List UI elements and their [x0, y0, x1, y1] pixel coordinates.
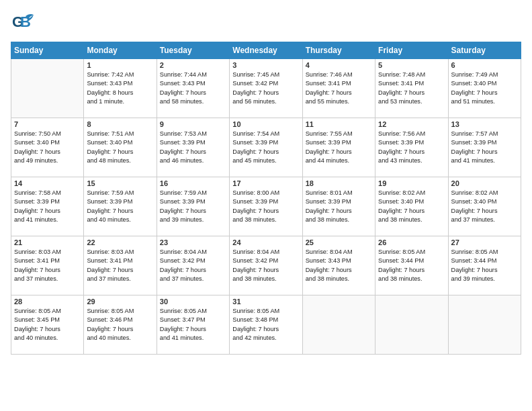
calendar-table: Sunday Monday Tuesday Wednesday Thursday… — [11, 42, 521, 355]
day-number: 31 — [232, 298, 299, 306]
day-info: Sunrise: 7:59 AM Sunset: 3:39 PM Dayligh… — [87, 189, 153, 224]
calendar-header-row: Sunday Monday Tuesday Wednesday Thursday… — [11, 42, 521, 59]
col-thursday: Thursday — [302, 42, 375, 59]
calendar-day-cell: 9Sunrise: 7:53 AM Sunset: 3:39 PM Daylig… — [157, 118, 229, 177]
calendar-day-cell: 12Sunrise: 7:56 AM Sunset: 3:39 PM Dayli… — [375, 118, 448, 177]
calendar-day-cell: 8Sunrise: 7:51 AM Sunset: 3:40 PM Daylig… — [84, 118, 157, 177]
day-number: 3 — [232, 61, 299, 69]
day-number: 26 — [378, 238, 445, 246]
day-info: Sunrise: 7:53 AM Sunset: 3:39 PM Dayligh… — [160, 130, 226, 165]
day-info: Sunrise: 7:49 AM Sunset: 3:40 PM Dayligh… — [451, 71, 518, 106]
day-info: Sunrise: 7:57 AM Sunset: 3:39 PM Dayligh… — [451, 130, 518, 165]
day-number: 29 — [87, 298, 153, 306]
day-info: Sunrise: 8:02 AM Sunset: 3:40 PM Dayligh… — [378, 189, 445, 224]
day-info: Sunrise: 8:05 AM Sunset: 3:48 PM Dayligh… — [232, 307, 299, 342]
day-number: 2 — [160, 61, 226, 69]
calendar-day-cell: 24Sunrise: 8:04 AM Sunset: 3:42 PM Dayli… — [230, 236, 302, 295]
calendar-week-row: 7Sunrise: 7:50 AM Sunset: 3:40 PM Daylig… — [11, 118, 521, 177]
day-number: 19 — [378, 179, 445, 187]
day-info: Sunrise: 7:48 AM Sunset: 3:41 PM Dayligh… — [378, 71, 445, 106]
calendar-day-cell: 10Sunrise: 7:54 AM Sunset: 3:39 PM Dayli… — [230, 118, 302, 177]
day-info: Sunrise: 7:50 AM Sunset: 3:40 PM Dayligh… — [14, 130, 81, 165]
day-info: Sunrise: 8:01 AM Sunset: 3:39 PM Dayligh… — [306, 189, 372, 224]
day-number: 21 — [14, 238, 81, 246]
calendar-day-cell: 6Sunrise: 7:49 AM Sunset: 3:40 PM Daylig… — [448, 59, 521, 118]
calendar-day-cell: 14Sunrise: 7:58 AM Sunset: 3:39 PM Dayli… — [11, 177, 84, 236]
logo-icon: G B — [11, 11, 36, 36]
day-number: 1 — [87, 61, 153, 69]
calendar-day-cell: 29Sunrise: 8:05 AM Sunset: 3:46 PM Dayli… — [84, 295, 157, 355]
day-number: 9 — [160, 120, 226, 128]
calendar-day-cell: 17Sunrise: 8:00 AM Sunset: 3:39 PM Dayli… — [230, 177, 302, 236]
calendar-day-cell: 2Sunrise: 7:44 AM Sunset: 3:43 PM Daylig… — [157, 59, 229, 118]
day-info: Sunrise: 8:05 AM Sunset: 3:46 PM Dayligh… — [87, 307, 153, 342]
col-friday: Friday — [375, 42, 448, 59]
calendar-day-cell: 11Sunrise: 7:55 AM Sunset: 3:39 PM Dayli… — [302, 118, 375, 177]
calendar-day-cell: 21Sunrise: 8:03 AM Sunset: 3:41 PM Dayli… — [11, 236, 84, 295]
day-number: 14 — [14, 179, 81, 187]
day-number: 18 — [306, 179, 372, 187]
calendar-day-cell: 27Sunrise: 8:05 AM Sunset: 3:44 PM Dayli… — [448, 236, 521, 295]
calendar-day-cell: 3Sunrise: 7:45 AM Sunset: 3:42 PM Daylig… — [230, 59, 302, 118]
col-tuesday: Tuesday — [157, 42, 229, 59]
calendar-day-cell: 19Sunrise: 8:02 AM Sunset: 3:40 PM Dayli… — [375, 177, 448, 236]
day-number: 25 — [306, 238, 372, 246]
day-number: 11 — [306, 120, 372, 128]
logo: G B — [11, 11, 39, 36]
day-number: 13 — [451, 120, 518, 128]
calendar-day-cell: 16Sunrise: 7:59 AM Sunset: 3:39 PM Dayli… — [157, 177, 229, 236]
day-number: 23 — [160, 238, 226, 246]
day-number: 10 — [232, 120, 299, 128]
day-number: 30 — [160, 298, 226, 306]
calendar-day-cell — [11, 59, 84, 118]
day-info: Sunrise: 8:00 AM Sunset: 3:39 PM Dayligh… — [232, 189, 299, 224]
calendar-day-cell: 26Sunrise: 8:05 AM Sunset: 3:44 PM Dayli… — [375, 236, 448, 295]
calendar-day-cell: 4Sunrise: 7:46 AM Sunset: 3:41 PM Daylig… — [302, 59, 375, 118]
calendar-day-cell: 15Sunrise: 7:59 AM Sunset: 3:39 PM Dayli… — [84, 177, 157, 236]
day-number: 7 — [14, 120, 81, 128]
day-info: Sunrise: 7:51 AM Sunset: 3:40 PM Dayligh… — [87, 130, 153, 165]
day-info: Sunrise: 8:05 AM Sunset: 3:44 PM Dayligh… — [378, 248, 445, 283]
calendar-day-cell: 20Sunrise: 8:02 AM Sunset: 3:40 PM Dayli… — [448, 177, 521, 236]
day-number: 6 — [451, 61, 518, 69]
day-info: Sunrise: 7:46 AM Sunset: 3:41 PM Dayligh… — [306, 71, 372, 106]
day-number: 22 — [87, 238, 153, 246]
day-number: 5 — [378, 61, 445, 69]
col-wednesday: Wednesday — [230, 42, 302, 59]
calendar-day-cell — [375, 295, 448, 355]
day-number: 28 — [14, 298, 81, 306]
day-number: 20 — [451, 179, 518, 187]
calendar-day-cell — [302, 295, 375, 355]
calendar-day-cell: 7Sunrise: 7:50 AM Sunset: 3:40 PM Daylig… — [11, 118, 84, 177]
day-info: Sunrise: 7:45 AM Sunset: 3:42 PM Dayligh… — [232, 71, 299, 106]
calendar-day-cell: 13Sunrise: 7:57 AM Sunset: 3:39 PM Dayli… — [448, 118, 521, 177]
day-number: 24 — [232, 238, 299, 246]
day-info: Sunrise: 7:56 AM Sunset: 3:39 PM Dayligh… — [378, 130, 445, 165]
day-info: Sunrise: 7:55 AM Sunset: 3:39 PM Dayligh… — [306, 130, 372, 165]
calendar-day-cell: 22Sunrise: 8:03 AM Sunset: 3:41 PM Dayli… — [84, 236, 157, 295]
day-info: Sunrise: 8:05 AM Sunset: 3:47 PM Dayligh… — [160, 307, 226, 342]
day-number: 4 — [306, 61, 372, 69]
day-info: Sunrise: 7:44 AM Sunset: 3:43 PM Dayligh… — [160, 71, 226, 106]
day-number: 17 — [232, 179, 299, 187]
day-number: 12 — [378, 120, 445, 128]
day-number: 8 — [87, 120, 153, 128]
calendar-day-cell: 1Sunrise: 7:42 AM Sunset: 3:43 PM Daylig… — [84, 59, 157, 118]
day-info: Sunrise: 8:02 AM Sunset: 3:40 PM Dayligh… — [451, 189, 518, 224]
day-info: Sunrise: 7:42 AM Sunset: 3:43 PM Dayligh… — [87, 71, 153, 106]
calendar-day-cell — [448, 295, 521, 355]
page-header: G B — [11, 11, 521, 36]
day-number: 27 — [451, 238, 518, 246]
day-info: Sunrise: 8:03 AM Sunset: 3:41 PM Dayligh… — [87, 248, 153, 283]
day-number: 16 — [160, 179, 226, 187]
calendar-week-row: 28Sunrise: 8:05 AM Sunset: 3:45 PM Dayli… — [11, 295, 521, 355]
calendar-week-row: 1Sunrise: 7:42 AM Sunset: 3:43 PM Daylig… — [11, 59, 521, 118]
calendar-day-cell: 25Sunrise: 8:04 AM Sunset: 3:43 PM Dayli… — [302, 236, 375, 295]
day-info: Sunrise: 8:05 AM Sunset: 3:44 PM Dayligh… — [451, 248, 518, 283]
calendar-week-row: 21Sunrise: 8:03 AM Sunset: 3:41 PM Dayli… — [11, 236, 521, 295]
day-info: Sunrise: 8:05 AM Sunset: 3:45 PM Dayligh… — [14, 307, 81, 342]
calendar-week-row: 14Sunrise: 7:58 AM Sunset: 3:39 PM Dayli… — [11, 177, 521, 236]
col-monday: Monday — [84, 42, 157, 59]
day-info: Sunrise: 7:58 AM Sunset: 3:39 PM Dayligh… — [14, 189, 81, 224]
day-info: Sunrise: 8:04 AM Sunset: 3:42 PM Dayligh… — [232, 248, 299, 283]
